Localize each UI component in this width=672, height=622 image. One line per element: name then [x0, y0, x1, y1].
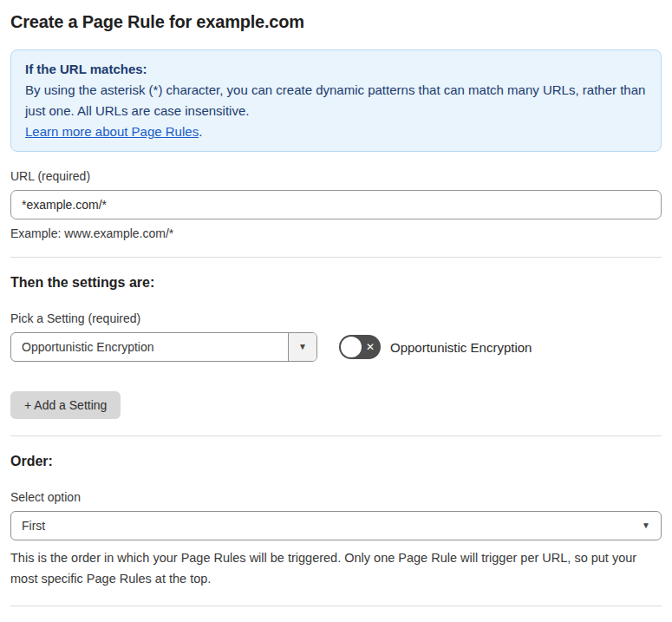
order-select[interactable]: First ▼: [10, 511, 662, 540]
toggle-thumb: [341, 337, 362, 357]
order-select-value: First: [22, 519, 45, 533]
chevron-down-icon: ▼: [642, 521, 650, 530]
info-box-heading: If the URL matches:: [25, 59, 647, 80]
link-suffix: .: [199, 124, 202, 139]
chevron-down-icon: ▼: [298, 343, 307, 351]
setting-picker-label: Pick a Setting (required): [10, 311, 662, 325]
setting-row: Opportunistic Encryption ▼ ✕ Opportunist…: [10, 332, 662, 362]
divider: [10, 435, 662, 436]
page-title: Create a Page Rule for example.com: [10, 12, 662, 32]
setting-select-value: Opportunistic Encryption: [11, 340, 154, 354]
order-select-label: Select option: [10, 490, 662, 504]
add-setting-button[interactable]: + Add a Setting: [10, 391, 121, 419]
url-input[interactable]: [10, 190, 662, 219]
setting-select-caret-box: ▼: [288, 333, 316, 361]
opportunistic-encryption-toggle[interactable]: ✕: [339, 335, 381, 359]
url-match-info-box: If the URL matches: By using the asteris…: [10, 49, 662, 152]
divider: [10, 257, 662, 258]
info-box-body: By using the asterisk (*) character, you…: [25, 80, 647, 121]
order-help-text: This is the order in which your Page Rul…: [10, 547, 662, 589]
divider: [10, 606, 662, 606]
setting-select[interactable]: Opportunistic Encryption ▼: [10, 332, 317, 362]
settings-section-heading: Then the settings are:: [10, 275, 662, 291]
info-box-link-line: Learn more about Page Rules.: [25, 121, 647, 142]
url-label: URL (required): [10, 169, 662, 183]
learn-more-link[interactable]: Learn more about Page Rules: [25, 124, 199, 139]
url-example-hint: Example: www.example.com/*: [10, 226, 662, 240]
toggle-off-x-icon: ✕: [366, 342, 375, 352]
toggle-setting-label: Opportunistic Encryption: [390, 340, 532, 355]
create-page-rule-form: Create a Page Rule for example.com If th…: [0, 0, 672, 622]
order-section-heading: Order:: [10, 454, 662, 469]
